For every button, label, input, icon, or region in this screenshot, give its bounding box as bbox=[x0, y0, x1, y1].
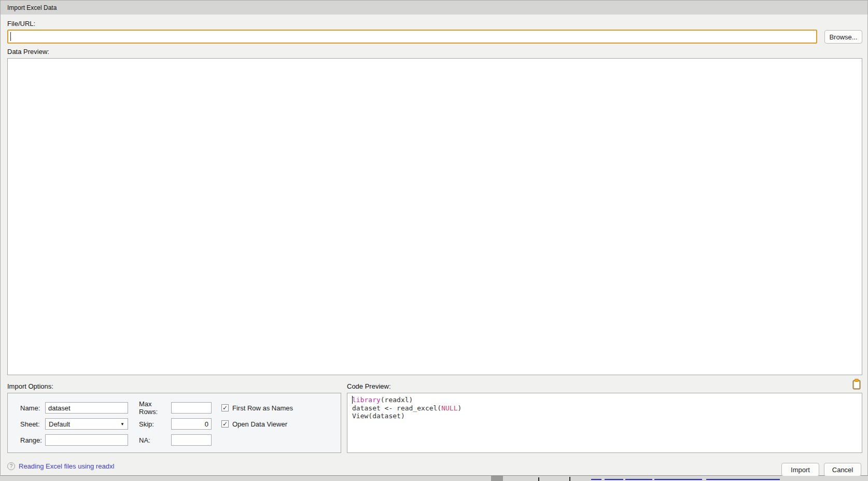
occluded-background-window bbox=[0, 476, 868, 481]
sheet-label: Sheet: bbox=[20, 420, 45, 428]
options-row-1: Name: Max Rows: ✓ First Row as Names bbox=[20, 402, 341, 414]
chevron-down-icon: ▼ bbox=[120, 422, 124, 427]
background-fragment bbox=[569, 477, 570, 481]
text-caret bbox=[10, 32, 11, 41]
background-link-fragment bbox=[706, 479, 780, 480]
na-input[interactable] bbox=[171, 434, 212, 446]
help-link-row[interactable]: ? Reading Excel files using readxl bbox=[7, 461, 114, 471]
checkbox-checked-icon: ✓ bbox=[221, 404, 229, 411]
checkbox-checked-icon: ✓ bbox=[221, 420, 229, 428]
code-line1-keyword: library bbox=[352, 396, 381, 404]
name-input[interactable] bbox=[45, 402, 128, 414]
import-options-panel: Name: Max Rows: ✓ First Row as Names She… bbox=[7, 393, 341, 453]
check-icon: ✓ bbox=[222, 421, 228, 427]
na-label: NA: bbox=[139, 436, 171, 444]
open-data-viewer-checkbox[interactable]: ✓ Open Data Viewer bbox=[221, 420, 287, 428]
import-excel-data-dialog: Import Excel Data File/URL: Browse... Da… bbox=[0, 0, 868, 476]
first-row-as-names-checkbox[interactable]: ✓ First Row as Names bbox=[221, 404, 293, 412]
file-url-input[interactable] bbox=[7, 30, 817, 44]
help-link[interactable]: Reading Excel files using readxl bbox=[19, 462, 114, 470]
dialog-title: Import Excel Data bbox=[7, 4, 57, 11]
open-data-viewer-label: Open Data Viewer bbox=[232, 420, 287, 428]
first-row-as-names-label: First Row as Names bbox=[232, 404, 293, 412]
sheet-select[interactable]: Default ▼ bbox=[45, 418, 128, 430]
cancel-button[interactable]: Cancel bbox=[824, 463, 861, 476]
file-url-label: File/URL: bbox=[7, 20, 35, 28]
data-preview-area bbox=[7, 58, 862, 375]
data-preview-label: Data Preview: bbox=[7, 48, 49, 56]
check-icon: ✓ bbox=[222, 405, 228, 411]
background-fragment bbox=[491, 476, 503, 481]
name-label: Name: bbox=[20, 404, 45, 412]
copy-code-button[interactable] bbox=[852, 379, 861, 390]
range-label: Range: bbox=[20, 436, 45, 444]
background-link-fragment bbox=[605, 479, 623, 480]
background-link-fragment bbox=[654, 479, 702, 480]
help-icon: ? bbox=[7, 462, 15, 470]
background-link-fragment bbox=[591, 479, 601, 480]
import-options-label: Import Options: bbox=[7, 382, 53, 390]
code-preview-label: Code Preview: bbox=[347, 382, 391, 390]
options-row-3: Range: NA: bbox=[20, 434, 341, 446]
code-preview-area[interactable]: library(readxl) dataset <- read_excel(NU… bbox=[347, 393, 862, 453]
code-line2-constant: NULL bbox=[441, 404, 457, 412]
code-line1-rest: (readxl) bbox=[381, 396, 413, 404]
options-row-2: Sheet: Default ▼ Skip: ✓ Open Data Viewe… bbox=[20, 418, 341, 430]
import-button[interactable]: Import bbox=[781, 463, 819, 476]
file-url-field-wrap bbox=[7, 30, 817, 44]
max-rows-label: Max Rows: bbox=[139, 400, 171, 416]
background-link-fragment bbox=[625, 479, 652, 480]
code-line2-post: ) bbox=[458, 404, 462, 412]
browse-button[interactable]: Browse... bbox=[824, 30, 862, 44]
clipboard-icon bbox=[852, 379, 861, 390]
max-rows-input[interactable] bbox=[171, 402, 212, 414]
background-fragment bbox=[538, 477, 539, 481]
skip-label: Skip: bbox=[139, 420, 171, 428]
code-line3: View(dataset) bbox=[352, 412, 405, 420]
range-input[interactable] bbox=[45, 434, 128, 446]
code-line2-pre: dataset <- read_excel( bbox=[352, 404, 441, 412]
sheet-selected-value: Default bbox=[49, 420, 70, 428]
skip-input[interactable] bbox=[171, 418, 212, 430]
dialog-titlebar: Import Excel Data bbox=[1, 1, 867, 15]
